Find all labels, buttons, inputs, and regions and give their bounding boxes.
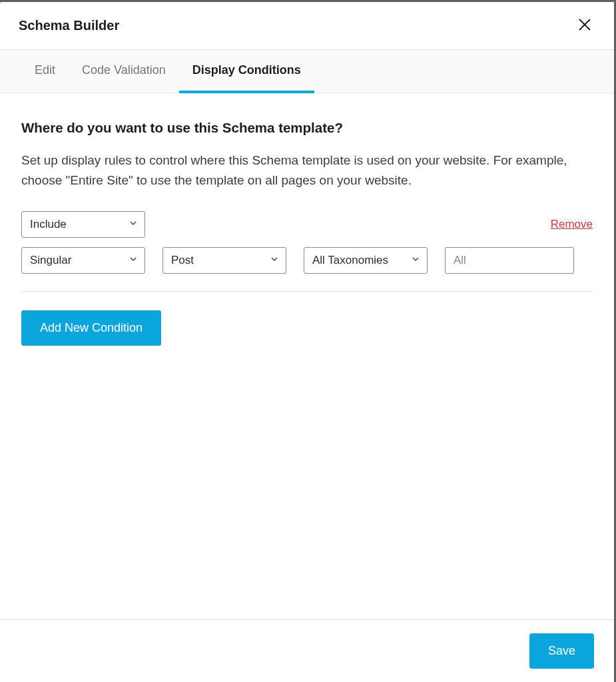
include-select-wrap: Include	[21, 211, 145, 238]
condition-block: Include Remove Singular	[21, 211, 593, 274]
add-new-condition-button[interactable]: Add New Condition	[21, 310, 161, 346]
condition-row-2: Singular Post	[21, 247, 593, 274]
divider	[21, 291, 593, 292]
condition-row-1: Include Remove	[21, 211, 593, 238]
modal-title: Schema Builder	[19, 18, 119, 33]
taxonomy-select-wrap: All Taxonomies	[304, 247, 428, 274]
save-button[interactable]: Save	[529, 633, 594, 669]
tab-edit[interactable]: Edit	[21, 50, 69, 93]
close-button[interactable]	[574, 14, 595, 37]
tab-code-validation[interactable]: Code Validation	[69, 50, 179, 93]
modal-header: Schema Builder	[0, 2, 614, 50]
taxonomy-select[interactable]: All Taxonomies	[304, 247, 428, 274]
section-description: Set up display rules to control where th…	[21, 151, 593, 191]
scope-select-wrap: Singular	[21, 247, 145, 274]
modal-scroll-area: Schema Builder Edit Code Validation Disp…	[0, 2, 614, 682]
content-area: Where do you want to use this Schema tem…	[0, 93, 614, 619]
tab-display-conditions[interactable]: Display Conditions	[179, 50, 314, 93]
close-icon	[577, 17, 593, 35]
tabs-bar: Edit Code Validation Display Conditions	[0, 50, 614, 93]
modal-footer: Save	[0, 619, 614, 682]
post-type-select-wrap: Post	[162, 247, 286, 274]
include-exclude-select[interactable]: Include	[21, 211, 145, 238]
remove-condition-link[interactable]: Remove	[551, 218, 593, 231]
post-type-select[interactable]: Post	[162, 247, 286, 274]
scope-select[interactable]: Singular	[21, 247, 145, 274]
schema-builder-modal: Schema Builder Edit Code Validation Disp…	[0, 2, 614, 682]
taxonomy-filter-input[interactable]	[445, 247, 574, 274]
section-heading: Where do you want to use this Schema tem…	[21, 120, 593, 136]
